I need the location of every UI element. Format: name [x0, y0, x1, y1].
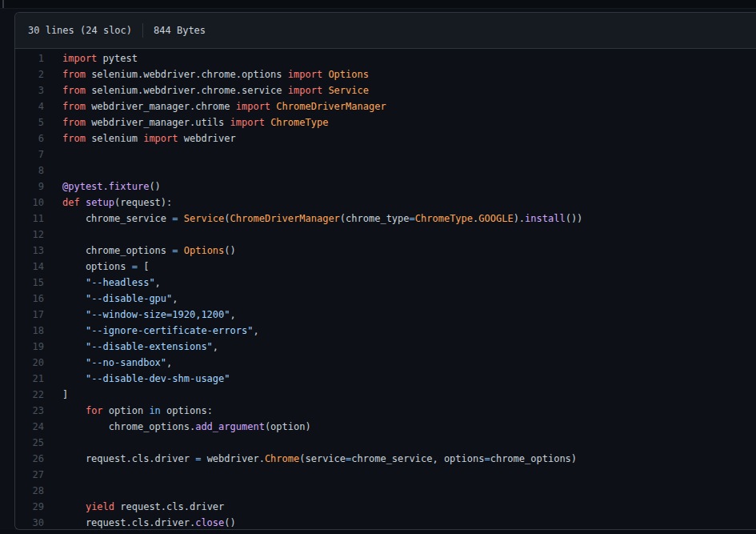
code-text: yield request.cls.driver — [44, 499, 224, 515]
file-size: 844 Bytes — [154, 25, 206, 36]
code-lines: 1import pytest2from selenium.webdriver.c… — [15, 50, 756, 530]
line-number[interactable]: 21 — [15, 371, 44, 387]
code-line: 22] — [15, 387, 756, 403]
code-line: 29 yield request.cls.driver — [15, 499, 756, 515]
file-content-box: 30 lines (24 sloc) 844 Bytes 1import pyt… — [14, 12, 756, 530]
code-line: 20 "--no-sandbox", — [15, 355, 756, 371]
code-text: "--ignore-certificate-errors", — [44, 323, 259, 339]
line-number[interactable]: 12 — [15, 227, 44, 243]
code-text — [44, 227, 62, 243]
code-line: 3from selenium.webdriver.chrome.service … — [15, 82, 756, 98]
line-number[interactable]: 20 — [15, 355, 44, 371]
line-number[interactable]: 1 — [15, 50, 44, 66]
code-line: 1import pytest — [15, 50, 756, 66]
code-line: 5from webdriver_manager.utils import Chr… — [15, 114, 756, 130]
code-text: from selenium import webdriver — [44, 130, 236, 147]
line-number[interactable]: 13 — [15, 243, 44, 259]
top-edge-divider — [2, 0, 4, 8]
code-line: 25 — [15, 435, 756, 451]
code-line: 23 for option in options: — [15, 403, 756, 419]
code-text: from selenium.webdriver.chrome.service i… — [44, 82, 369, 98]
code-line: 10def setup(request): — [15, 195, 756, 211]
code-line: 19 "--disable-extensions", — [15, 339, 756, 355]
code-line: 13 chrome_options = Options() — [15, 243, 756, 259]
line-number[interactable]: 23 — [15, 403, 44, 419]
code-text: "--disable-dev-shm-usage" — [44, 371, 230, 387]
code-text: from selenium.webdriver.chrome.options i… — [44, 66, 369, 82]
code-text: chrome_options.add_argument(option) — [44, 419, 311, 435]
code-text: from webdriver_manager.utils import Chro… — [44, 114, 328, 130]
code-text: from webdriver_manager.chrome import Chr… — [44, 98, 386, 114]
code-text: chrome_options = Options() — [44, 243, 236, 259]
code-text — [44, 467, 62, 483]
code-text: "--headless", — [44, 275, 161, 291]
code-text — [44, 147, 62, 163]
code-line: 28 — [15, 483, 756, 499]
line-number[interactable]: 27 — [15, 467, 44, 483]
line-number[interactable]: 9 — [15, 179, 44, 195]
code-line: 18 "--ignore-certificate-errors", — [15, 323, 756, 339]
code-text: @pytest.fixture() — [44, 179, 161, 195]
code-line: 24 chrome_options.add_argument(option) — [15, 419, 756, 435]
code-text: request.cls.driver = webdriver.Chrome(se… — [44, 451, 577, 467]
line-number[interactable]: 30 — [15, 515, 44, 530]
file-header-bar: 30 lines (24 sloc) 844 Bytes — [15, 13, 756, 49]
code-line: 14 options = [ — [15, 259, 756, 275]
code-line: 12 — [15, 227, 756, 243]
code-line: 7 — [15, 147, 756, 163]
code-text: "--disable-extensions", — [44, 339, 218, 355]
code-text: ] — [44, 387, 68, 403]
code-text: def setup(request): — [44, 195, 172, 211]
line-number[interactable]: 28 — [15, 483, 44, 499]
code-text: for option in options: — [44, 403, 213, 419]
code-line: 4from webdriver_manager.chrome import Ch… — [15, 98, 756, 114]
code-line: 2from selenium.webdriver.chrome.options … — [15, 66, 756, 82]
line-number[interactable]: 8 — [15, 163, 44, 179]
code-text: "--window-size=1920,1200", — [44, 307, 236, 323]
line-number[interactable]: 14 — [15, 259, 44, 275]
code-text — [44, 483, 62, 499]
line-number[interactable]: 22 — [15, 387, 44, 403]
code-line: 16 "--disable-gpu", — [15, 291, 756, 307]
line-number[interactable]: 29 — [15, 499, 44, 515]
line-number[interactable]: 5 — [15, 114, 44, 130]
line-number[interactable]: 26 — [15, 451, 44, 467]
top-edge-strip — [0, 0, 756, 9]
code-text: "--no-sandbox", — [44, 355, 172, 371]
line-number[interactable]: 3 — [15, 82, 44, 98]
code-line: 26 request.cls.driver = webdriver.Chrome… — [15, 451, 756, 467]
header-divider — [142, 23, 143, 38]
code-blob: 1import pytest2from selenium.webdriver.c… — [15, 49, 756, 530]
code-text: options = [ — [44, 259, 149, 275]
code-text — [44, 435, 62, 451]
line-number[interactable]: 7 — [15, 147, 44, 163]
code-line: 9@pytest.fixture() — [15, 179, 756, 195]
code-line: 30 request.cls.driver.close() — [15, 515, 756, 530]
line-number[interactable]: 2 — [15, 66, 44, 82]
bottom-edge-strip — [0, 530, 756, 534]
line-number[interactable]: 16 — [15, 291, 44, 307]
code-line: 27 — [15, 467, 756, 483]
line-number[interactable]: 18 — [15, 323, 44, 339]
code-text: request.cls.driver.close() — [44, 515, 236, 530]
line-number[interactable]: 25 — [15, 435, 44, 451]
line-number[interactable]: 19 — [15, 339, 44, 355]
line-number[interactable]: 6 — [15, 130, 44, 147]
code-line: 8 — [15, 163, 756, 179]
code-line: 17 "--window-size=1920,1200", — [15, 307, 756, 323]
code-text: chrome_service = Service(ChromeDriverMan… — [44, 211, 582, 227]
line-number[interactable]: 15 — [15, 275, 44, 291]
file-line-count: 30 lines (24 sloc) — [28, 25, 132, 36]
code-text: import pytest — [44, 50, 138, 66]
line-number[interactable]: 4 — [15, 98, 44, 114]
line-number[interactable]: 10 — [15, 195, 44, 211]
line-number[interactable]: 24 — [15, 419, 44, 435]
code-line: 6from selenium import webdriver — [15, 130, 756, 147]
code-line: 21 "--disable-dev-shm-usage" — [15, 371, 756, 387]
line-number[interactable]: 11 — [15, 211, 44, 227]
code-text — [44, 163, 62, 179]
code-line: 11 chrome_service = Service(ChromeDriver… — [15, 211, 756, 227]
line-number[interactable]: 17 — [15, 307, 44, 323]
code-line: 15 "--headless", — [15, 275, 756, 291]
code-text: "--disable-gpu", — [44, 291, 178, 307]
